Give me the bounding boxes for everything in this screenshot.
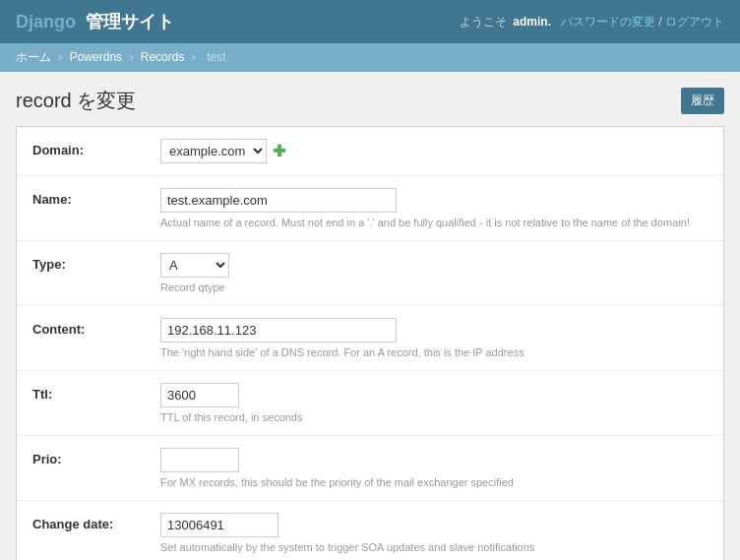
breadcrumb-sep1: › xyxy=(58,50,62,64)
breadcrumb-sep2: › xyxy=(129,50,133,64)
name-row: Name: Actual name of a record. Must not … xyxy=(17,176,723,241)
logout-link[interactable]: ログアウト xyxy=(665,15,724,29)
main-content: record を変更 履歴 Domain: example.com ✚ Name… xyxy=(0,72,740,560)
breadcrumb-current: test xyxy=(207,50,225,64)
breadcrumb-sep3: › xyxy=(192,50,196,64)
page-title: record を変更 xyxy=(16,88,136,114)
breadcrumb-powerdns[interactable]: Powerdns xyxy=(70,50,122,64)
add-domain-icon[interactable]: ✚ xyxy=(273,142,285,160)
type-row: Type: A AAAA CNAME MX NS PTR SOA SRV TXT… xyxy=(17,241,723,306)
domain-field-content: example.com ✚ xyxy=(160,139,708,163)
welcome-text: ようこそ xyxy=(460,15,507,29)
name-input[interactable] xyxy=(160,188,397,213)
user-info: ようこそ admin. パスワードの変更 / ログアウト xyxy=(460,14,724,31)
content-row: Content: The 'right hand side' of a DNS … xyxy=(17,306,723,371)
content-input[interactable] xyxy=(160,318,397,342)
change-password-link[interactable]: パスワードの変更 xyxy=(561,15,655,29)
prio-row: Prio: For MX records, this should be the… xyxy=(17,436,723,501)
ttl-input[interactable] xyxy=(160,383,239,407)
changedate-input[interactable] xyxy=(160,513,278,537)
changedate-field-content: Set automatically by the system to trigg… xyxy=(160,513,708,553)
breadcrumb-home[interactable]: ホーム xyxy=(16,50,51,64)
record-form: Domain: example.com ✚ Name: Actual name … xyxy=(16,126,724,560)
content-field-content: The 'right hand side' of a DNS record. F… xyxy=(160,318,708,358)
prio-label: Prio: xyxy=(32,448,160,467)
ttl-field-content: TTL of this record, in seconds xyxy=(160,383,708,423)
ttl-help: TTL of this record, in seconds xyxy=(160,411,708,423)
content-label: Content: xyxy=(32,318,160,337)
domain-row: Domain: example.com ✚ xyxy=(17,127,723,176)
prio-help: For MX records, this should be the prior… xyxy=(160,476,708,488)
username: admin. xyxy=(513,15,551,29)
type-help: Record qtype xyxy=(160,281,708,293)
site-header: Django 管理サイト ようこそ admin. パスワードの変更 / ログアウ… xyxy=(0,0,740,43)
name-label: Name: xyxy=(32,188,160,207)
breadcrumb-records[interactable]: Records xyxy=(141,50,185,64)
breadcrumb: ホーム › Powerdns › Records › test xyxy=(0,43,740,72)
prio-field-content: For MX records, this should be the prior… xyxy=(160,448,708,488)
changedate-help: Set automatically by the system to trigg… xyxy=(160,541,708,553)
history-button[interactable]: 履歴 xyxy=(681,88,724,114)
domain-label: Domain: xyxy=(32,139,160,157)
domain-select-row: example.com ✚ xyxy=(160,139,708,163)
name-help: Actual name of a record. Must not end in… xyxy=(160,217,708,228)
type-label: Type: xyxy=(32,253,160,272)
site-title-text: 管理サイト xyxy=(86,12,174,31)
content-help: The 'right hand side' of a DNS record. F… xyxy=(160,346,708,358)
domain-select[interactable]: example.com xyxy=(160,139,267,163)
type-field-content: A AAAA CNAME MX NS PTR SOA SRV TXT Recor… xyxy=(160,253,708,293)
site-title: Django 管理サイト xyxy=(16,10,174,33)
changedate-row: Change date: Set automatically by the sy… xyxy=(17,501,723,560)
name-field-content: Actual name of a record. Must not end in… xyxy=(160,188,708,228)
ttl-label: Ttl: xyxy=(32,383,160,402)
page-header: record を変更 履歴 xyxy=(16,88,724,114)
django-label: Django xyxy=(16,12,76,31)
changedate-label: Change date: xyxy=(32,513,160,531)
ttl-row: Ttl: TTL of this record, in seconds xyxy=(17,371,723,436)
type-select[interactable]: A AAAA CNAME MX NS PTR SOA SRV TXT xyxy=(160,253,229,278)
separator: / xyxy=(658,15,665,29)
prio-input[interactable] xyxy=(160,448,239,472)
